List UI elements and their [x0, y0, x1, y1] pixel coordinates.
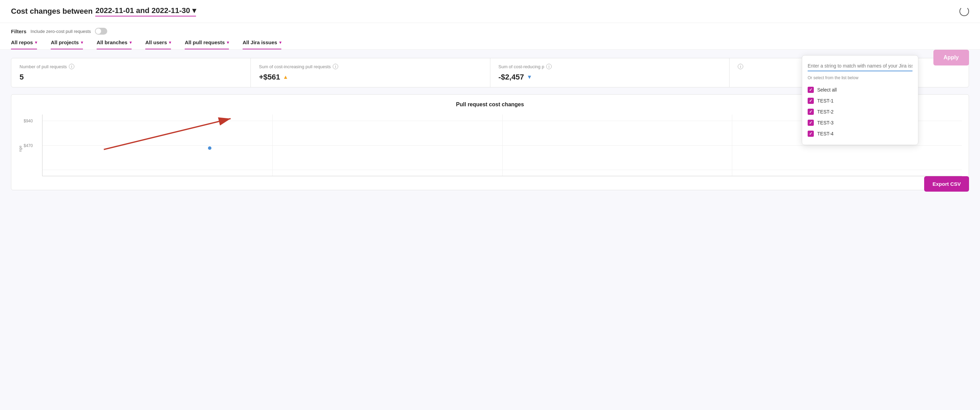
- stat-header-reducing: Sum of cost-reducing p i: [499, 64, 721, 69]
- cost-title-text: Cost changes between: [11, 7, 92, 16]
- content-area: Apply Number of pull requests i 5 Sum of…: [0, 50, 980, 198]
- top-bar: Cost changes between 2022-11-01 and 2022…: [0, 0, 980, 23]
- dropdown-item-test-4[interactable]: TEST-4: [808, 128, 913, 139]
- y-axis-label: nge: [18, 139, 22, 159]
- stat-cell-increasing: Sum of cost-increasing pull requests i +…: [251, 58, 490, 87]
- checkbox-test-2[interactable]: [808, 108, 814, 115]
- date-range-button[interactable]: 2022-11-01 and 2022-11-30 ▾: [95, 6, 196, 16]
- filter-tab-all-jira-issues-label: All Jira issues: [243, 40, 277, 45]
- dropdown-item-test-3-label: TEST-3: [817, 120, 834, 126]
- refresh-icon[interactable]: [959, 6, 969, 16]
- filter-tab-all-projects-label: All projects: [51, 40, 79, 45]
- filters-label: Filters: [11, 29, 26, 34]
- jira-issues-dropdown: Or select from the list below Select all…: [802, 55, 918, 145]
- filter-tab-all-projects[interactable]: All projects ▾: [51, 40, 83, 49]
- y-label-940: $940: [24, 119, 33, 123]
- chevron-down-icon: ▾: [169, 40, 171, 45]
- filter-tabs: All repos ▾ All projects ▾ All branches …: [11, 40, 969, 49]
- info-icon: i: [333, 64, 338, 69]
- filters-bar: Filters Include zero-cost pull requests …: [0, 23, 980, 50]
- dropdown-hint: Or select from the list below: [808, 75, 913, 80]
- date-range-chevron: ▾: [192, 6, 196, 15]
- dropdown-item-test-3[interactable]: TEST-3: [808, 117, 913, 128]
- checkbox-test-3[interactable]: [808, 120, 814, 126]
- info-icon: i: [69, 64, 74, 69]
- data-dot: [208, 147, 212, 150]
- filter-tab-all-users[interactable]: All users ▾: [145, 40, 171, 49]
- checkbox-test-1[interactable]: [808, 98, 814, 104]
- filter-tab-all-branches-label: All branches: [97, 40, 127, 45]
- jira-search-input[interactable]: [808, 61, 913, 71]
- grid-vline: [272, 115, 273, 176]
- chevron-down-icon: ▾: [129, 40, 132, 45]
- stat-value-increasing: +$561 ▲: [259, 73, 482, 81]
- dropdown-item-test-2[interactable]: TEST-2: [808, 106, 913, 117]
- zero-cost-toggle[interactable]: [95, 28, 107, 35]
- apply-button[interactable]: Apply: [934, 50, 969, 65]
- chevron-down-icon: ▾: [81, 40, 83, 45]
- date-range-value: 2022-11-01 and 2022-11-30: [95, 6, 190, 15]
- filter-tab-all-repos[interactable]: All repos ▾: [11, 40, 37, 49]
- filter-tab-all-jira-issues[interactable]: All Jira issues ▾: [243, 40, 281, 49]
- dropdown-item-test-4-label: TEST-4: [817, 131, 834, 136]
- filter-tab-all-pull-requests[interactable]: All pull requests ▾: [185, 40, 229, 49]
- checkbox-select-all[interactable]: [808, 87, 814, 93]
- dropdown-item-select-all[interactable]: Select all: [808, 85, 913, 95]
- filter-tab-all-users-label: All users: [145, 40, 167, 45]
- stat-value-reducing: -$2,457 ▼: [499, 73, 721, 81]
- chevron-down-icon: ▾: [279, 40, 281, 45]
- dropdown-item-select-all-label: Select all: [817, 87, 837, 93]
- grid-vline: [732, 115, 732, 176]
- arrow-down-icon: ▼: [527, 74, 532, 80]
- dropdown-item-test-1[interactable]: TEST-1: [808, 95, 913, 106]
- filter-tab-all-pull-requests-label: All pull requests: [185, 40, 225, 45]
- stat-cell-reducing: Sum of cost-reducing p i -$2,457 ▼: [490, 58, 730, 87]
- grid-vline: [502, 115, 503, 176]
- filter-tab-all-repos-label: All repos: [11, 40, 33, 45]
- checkbox-test-4[interactable]: [808, 131, 814, 137]
- filter-tab-all-branches[interactable]: All branches ▾: [97, 40, 132, 49]
- arrow-up-icon: ▲: [283, 74, 288, 80]
- dropdown-item-test-2-label: TEST-2: [817, 109, 834, 115]
- stat-value-num-prs: 5: [19, 73, 242, 81]
- export-csv-button[interactable]: Export CSV: [924, 176, 969, 191]
- stat-cell-num-prs: Number of pull requests i 5: [11, 58, 251, 87]
- zero-cost-label: Include zero-cost pull requests: [30, 29, 91, 34]
- info-icon: i: [546, 64, 552, 69]
- cost-title-area: Cost changes between 2022-11-01 and 2022…: [11, 6, 196, 16]
- stat-header-increasing: Sum of cost-increasing pull requests i: [259, 64, 482, 69]
- dropdown-item-test-1-label: TEST-1: [817, 98, 834, 104]
- y-label-470: $470: [24, 143, 33, 148]
- chevron-down-icon: ▾: [35, 40, 37, 45]
- filters-row: Filters Include zero-cost pull requests: [11, 28, 969, 35]
- info-icon: i: [738, 64, 743, 69]
- stat-header-num-prs: Number of pull requests i: [19, 64, 242, 69]
- chevron-down-icon: ▾: [227, 40, 229, 45]
